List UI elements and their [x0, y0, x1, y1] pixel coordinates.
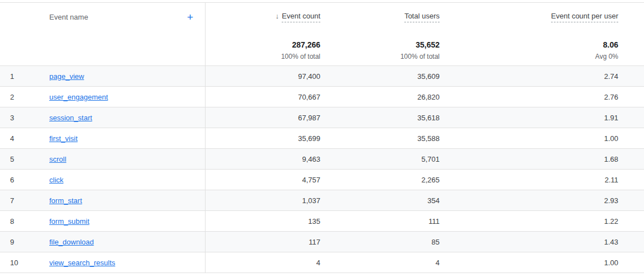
row-index: 10 [0, 259, 49, 267]
event-link[interactable]: user_engagement [49, 93, 108, 101]
event-count-total: 287,266 [205, 40, 320, 50]
event-link[interactable]: session_start [49, 114, 92, 122]
add-dimension-button[interactable]: + [187, 12, 193, 22]
sort-descending-icon: ↓ [276, 12, 279, 20]
event-count-per-user-total-note: Avg 0% [440, 52, 618, 62]
event-count-cell: 4 [205, 259, 320, 267]
event-link[interactable]: page_view [49, 72, 84, 81]
event-count-cell: 35,699 [205, 134, 320, 143]
event-count-per-user-cell: 1.00 [440, 134, 618, 143]
table-row: 7 form_start 1,037 354 2.93 [0, 190, 644, 211]
table-row: 3 session_start 67,987 35,618 1.91 [0, 107, 644, 128]
row-index: 7 [0, 196, 49, 205]
total-users-cell: 35,609 [320, 72, 440, 81]
event-count-total-note: 100% of total [205, 52, 320, 62]
event-link[interactable]: first_visit [49, 134, 78, 143]
event-count-per-user-column-header[interactable]: Event count per user [440, 12, 618, 22]
total-users-cell: 35,618 [320, 114, 440, 122]
event-count-per-user-cell: 1.00 [440, 259, 618, 267]
total-users-cell: 35,588 [320, 134, 440, 143]
event-link[interactable]: click [49, 176, 63, 184]
row-index: 5 [0, 155, 49, 163]
plus-icon: + [187, 11, 193, 23]
event-count-per-user-cell: 1.68 [440, 155, 618, 163]
events-table: Event name + ↓Event count Total users Ev… [0, 2, 644, 273]
event-count-per-user-cell: 1.43 [440, 238, 618, 246]
row-index: 1 [0, 72, 49, 81]
event-count-per-user-header-label: Event count per user [551, 12, 618, 22]
table-row: 9 file_download 117 85 1.43 [0, 232, 644, 252]
table-row: 2 user_engagement 70,667 26,820 2.76 [0, 87, 644, 107]
total-users-cell: 111 [320, 217, 440, 226]
total-users-header-label: Total users [404, 12, 440, 22]
total-users-cell: 85 [320, 238, 440, 246]
event-count-cell: 70,667 [205, 93, 320, 101]
event-count-cell: 1,037 [205, 196, 320, 205]
row-index: 4 [0, 134, 49, 143]
event-name-column-header[interactable]: Event name [49, 13, 88, 21]
event-count-per-user-cell: 2.93 [440, 196, 618, 205]
row-index: 9 [0, 238, 49, 246]
event-count-column-header[interactable]: ↓Event count [205, 12, 320, 22]
total-users-cell: 26,820 [320, 93, 440, 101]
row-index: 3 [0, 114, 49, 122]
row-index: 6 [0, 176, 49, 184]
event-count-cell: 97,400 [205, 72, 320, 81]
total-users-cell: 354 [320, 196, 440, 205]
table-row: 1 page_view 97,400 35,609 2.74 [0, 66, 644, 87]
totals-row: 287,266 100% of total 35,652 100% of tot… [0, 40, 644, 62]
total-users-total-note: 100% of total [320, 52, 440, 62]
table-row: 4 first_visit 35,699 35,588 1.00 [0, 128, 644, 149]
event-count-per-user-cell: 2.76 [440, 93, 618, 101]
table-row: 5 scroll 9,463 5,701 1.68 [0, 149, 644, 170]
row-index: 2 [0, 93, 49, 101]
event-count-cell: 67,987 [205, 114, 320, 122]
event-count-per-user-cell: 1.22 [440, 217, 618, 226]
column-divider [205, 2, 206, 273]
table-row: 10 view_search_results 4 4 1.00 [0, 252, 644, 273]
event-link[interactable]: file_download [49, 238, 94, 246]
table-row: 8 form_submit 135 111 1.22 [0, 211, 644, 232]
total-users-cell: 5,701 [320, 155, 440, 163]
event-count-cell: 4,757 [205, 176, 320, 184]
event-link[interactable]: scroll [49, 155, 66, 163]
event-link[interactable]: form_submit [49, 217, 90, 226]
event-count-cell: 135 [205, 217, 320, 226]
event-count-per-user-cell: 2.11 [440, 176, 618, 184]
event-link[interactable]: form_start [49, 196, 82, 205]
row-index: 8 [0, 217, 49, 226]
event-count-cell: 117 [205, 238, 320, 246]
event-link[interactable]: view_search_results [49, 259, 115, 267]
total-users-cell: 4 [320, 259, 440, 267]
event-count-per-user-total: 8.06 [440, 40, 618, 50]
total-users-column-header[interactable]: Total users [320, 12, 440, 22]
table-row: 6 click 4,757 2,265 2.11 [0, 170, 644, 190]
total-users-total: 35,652 [320, 40, 440, 50]
event-count-cell: 9,463 [205, 155, 320, 163]
header-labels-row: Event name + ↓Event count Total users Ev… [0, 12, 644, 22]
event-count-per-user-cell: 2.74 [440, 72, 618, 81]
total-users-cell: 2,265 [320, 176, 440, 184]
event-count-header-label: Event count [282, 12, 320, 22]
event-count-per-user-cell: 1.91 [440, 114, 618, 122]
table-header: Event name + ↓Event count Total users Ev… [0, 3, 644, 66]
